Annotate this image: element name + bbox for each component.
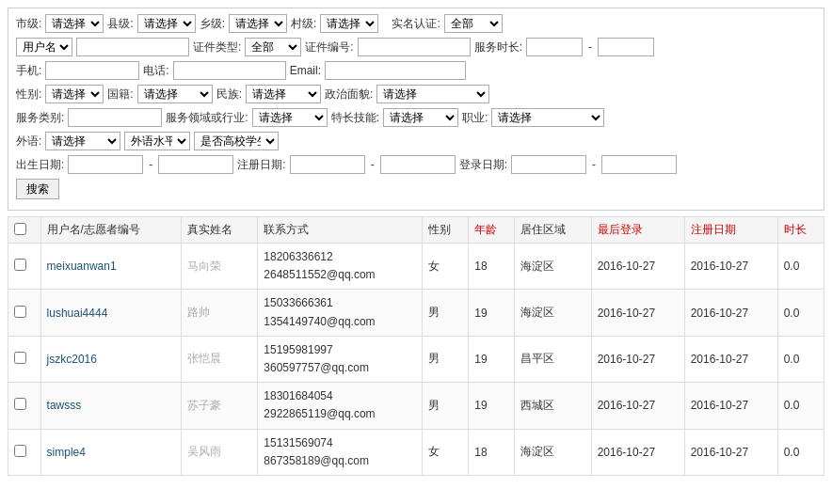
village-select[interactable]: 请选择 [320, 14, 378, 33]
email-label: Email: [290, 64, 321, 77]
row-register-date: 2016-10-27 [684, 336, 777, 382]
col-duration[interactable]: 时长 [777, 217, 824, 244]
foreign-level-select[interactable]: 外语水平 [124, 132, 190, 150]
table-row: meixuanwan1 马向荣 182063366122648511552@qq… [8, 244, 824, 290]
row-last-login: 2016-10-27 [591, 383, 684, 429]
row-contact: 15131569074867358189@qq.com [258, 429, 423, 475]
row-register-date: 2016-10-27 [684, 290, 777, 336]
county-select[interactable]: 请选择 [137, 14, 196, 33]
row-username: tawsss [40, 383, 182, 429]
row-duration: 0.0 [777, 383, 824, 429]
service-duration-end[interactable] [598, 38, 654, 56]
col-realname: 真实姓名 [182, 217, 258, 244]
id-no-label: 证件编号: [305, 39, 353, 55]
row-checkbox[interactable] [14, 306, 26, 318]
login-start[interactable] [511, 155, 586, 174]
row-duration: 0.0 [777, 429, 824, 475]
row-realname: 苏子豪 [182, 383, 258, 429]
birth-start[interactable] [68, 155, 143, 174]
col-gender: 性别 [423, 217, 469, 244]
row-last-login: 2016-10-27 [591, 429, 684, 475]
id-type-select[interactable]: 全部 身份证 护照 [245, 38, 301, 56]
birth-label: 出生日期: [16, 157, 64, 173]
phone-input[interactable] [45, 61, 139, 80]
id-type-label: 证件类型: [193, 39, 241, 55]
service-type-input[interactable] [68, 108, 162, 127]
table-row: tawsss 苏子豪 183016840542922865119@qq.com … [8, 383, 824, 429]
row-username: meixuanwan1 [40, 244, 182, 290]
ethnicity-label: 民族: [216, 87, 242, 102]
telephone-input[interactable] [173, 61, 286, 80]
political-label: 政治面貌: [325, 87, 373, 102]
filter-panel: 市级: 请选择 县级: 请选择 乡级: 请选择 村级: 请选择 实名认证: 全部… [8, 8, 824, 211]
city-label: 市级: [16, 16, 41, 32]
col-age[interactable]: 年龄 [469, 217, 515, 244]
row-region: 昌平区 [515, 336, 591, 382]
select-all-checkbox[interactable] [14, 223, 26, 235]
nationality-select[interactable]: 请选择 [137, 85, 213, 103]
service-domain-select[interactable]: 请选择 [252, 108, 328, 127]
search-button[interactable]: 搜索 [16, 179, 59, 199]
row-gender: 男 [423, 290, 469, 336]
row-last-login: 2016-10-27 [591, 244, 684, 290]
id-no-input[interactable] [358, 38, 471, 56]
row-region: 海淀区 [515, 290, 591, 336]
political-select[interactable]: 请选择 [376, 85, 489, 103]
register-end[interactable] [380, 155, 456, 174]
row-checkbox-cell [8, 336, 41, 382]
filter-row-2: 用户名 证件类型: 全部 身份证 护照 证件编号: 服务时长: - [16, 38, 816, 56]
filter-row-3: 手机: 电话: Email: [16, 61, 816, 80]
row-region: 海淀区 [515, 244, 591, 290]
row-age: 18 [469, 429, 515, 475]
table-row: jszkc2016 张恺晨 15195981997360597757@qq.co… [8, 336, 824, 382]
gender-select[interactable]: 请选择 男 女 [45, 85, 104, 103]
row-checkbox-cell [8, 290, 41, 336]
row-realname: 吴风雨 [182, 429, 258, 475]
township-select[interactable]: 请选择 [229, 14, 287, 33]
username-type-select[interactable]: 用户名 [16, 38, 72, 56]
occupation-select[interactable]: 请选择 [491, 108, 604, 127]
row-checkbox[interactable] [14, 259, 26, 271]
table-row: lushuai4444 路帅 150336663611354149740@qq.… [8, 290, 824, 336]
row-age: 19 [469, 336, 515, 382]
row-contact: 15195981997360597757@qq.com [258, 336, 423, 382]
table-row: simple4 吴风雨 15131569074867358189@qq.com … [8, 429, 824, 475]
ethnicity-select[interactable]: 请选择 [246, 85, 321, 103]
row-checkbox[interactable] [14, 398, 26, 410]
row-checkbox[interactable] [14, 352, 26, 364]
college-student-select[interactable]: 是否高校学生 [194, 132, 279, 150]
col-register-date[interactable]: 注册日期 [684, 217, 777, 244]
filter-row-search: 搜索 [16, 179, 816, 199]
row-checkbox[interactable] [14, 445, 26, 457]
service-type-label: 服务类别: [16, 110, 64, 126]
county-label: 县级: [107, 16, 133, 32]
row-gender: 男 [423, 336, 469, 382]
row-realname: 路帅 [182, 290, 258, 336]
row-age: 18 [469, 244, 515, 290]
township-label: 乡级: [200, 16, 225, 32]
username-input[interactable] [76, 38, 189, 56]
email-input[interactable] [325, 61, 466, 80]
skill-select[interactable]: 请选择 [383, 108, 458, 127]
city-select[interactable]: 请选择 [45, 14, 104, 33]
service-domain-label: 服务领域或行业: [166, 110, 248, 126]
row-gender: 男 [423, 383, 469, 429]
login-label: 登录日期: [459, 157, 507, 173]
result-table: 用户名/志愿者编号 真实姓名 联系方式 性别 年龄 居住区域 最后登录 注册日期… [8, 216, 824, 476]
register-start[interactable] [290, 155, 365, 174]
foreign-lang-select[interactable]: 请选择 [45, 132, 120, 150]
service-duration-start[interactable] [526, 38, 583, 56]
occupation-label: 职业: [462, 110, 488, 126]
row-contact: 183016840542922865119@qq.com [258, 383, 423, 429]
realname-auth-select[interactable]: 全部 已认证 未认证 [444, 14, 503, 33]
login-end[interactable] [601, 155, 677, 174]
col-contact: 联系方式 [258, 217, 423, 244]
col-last-login[interactable]: 最后登录 [591, 217, 684, 244]
row-checkbox-cell [8, 383, 41, 429]
filter-row-4: 性别: 请选择 男 女 国籍: 请选择 民族: 请选择 政治面貌: 请选择 [16, 85, 816, 103]
select-all-header [8, 217, 41, 244]
row-duration: 0.0 [777, 290, 824, 336]
birth-end[interactable] [158, 155, 233, 174]
row-contact: 150336663611354149740@qq.com [258, 290, 423, 336]
row-username: lushuai4444 [40, 290, 182, 336]
